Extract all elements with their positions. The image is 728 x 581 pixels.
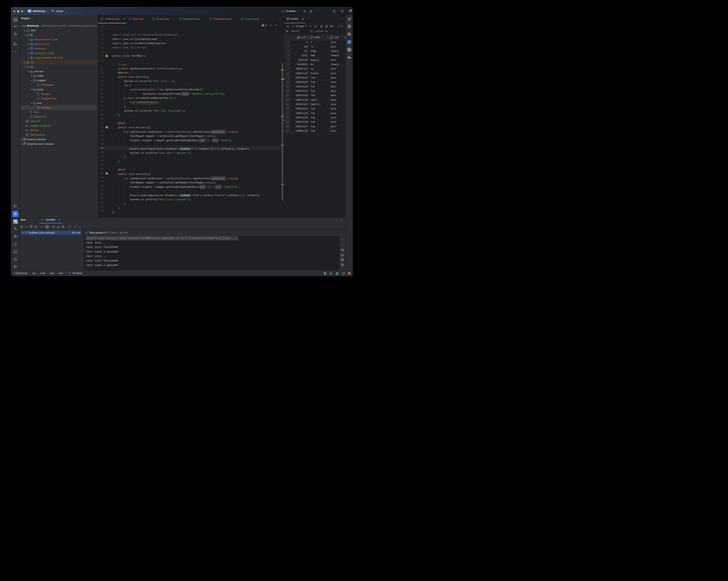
svg-text:?: ? xyxy=(16,34,17,35)
